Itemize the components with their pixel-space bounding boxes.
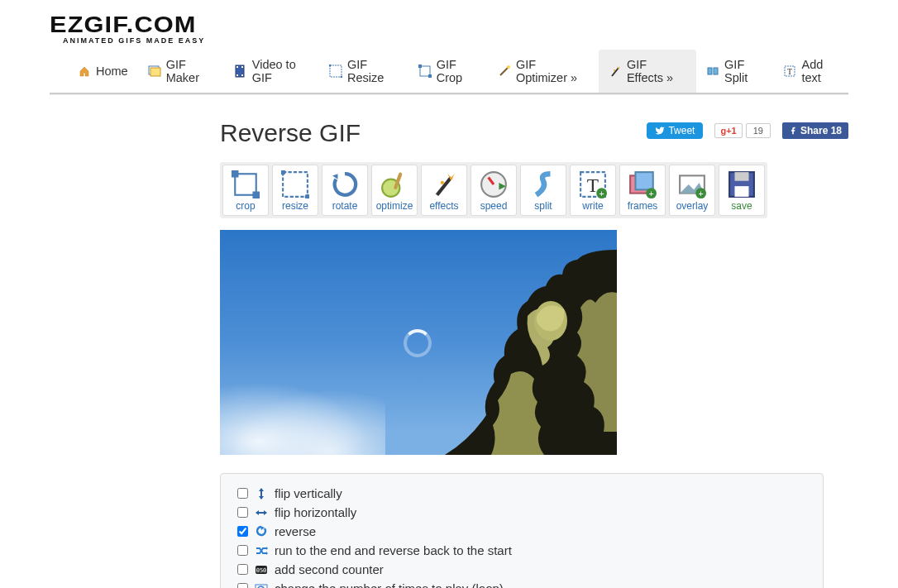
loop-icon xyxy=(255,582,268,589)
facebook-icon xyxy=(789,127,797,135)
twitter-share-button[interactable]: Tweet xyxy=(647,122,703,139)
overlay-icon xyxy=(678,170,706,198)
tool-label: rotate xyxy=(324,200,365,212)
save-icon xyxy=(728,170,756,198)
tool-effects-button[interactable]: effects xyxy=(421,165,467,216)
frames-icon xyxy=(628,170,657,198)
nav-gif-optimizer-[interactable]: GIF Optimizer » xyxy=(488,50,599,93)
optimize-icon xyxy=(380,170,408,198)
option-label: reverse xyxy=(275,524,316,538)
speed-icon xyxy=(480,170,508,198)
nav-label: GIF Resize xyxy=(347,58,399,84)
resize-icon xyxy=(281,170,309,198)
tool-label: frames xyxy=(622,200,663,212)
nav-gif-maker[interactable]: GIF Maker xyxy=(138,50,224,93)
option-shuffle-checkbox[interactable] xyxy=(237,545,248,556)
option-flipv[interactable]: flip vertically xyxy=(237,484,806,503)
tool-speed-button[interactable]: speed xyxy=(470,165,517,216)
tool-frames-button[interactable]: frames xyxy=(619,165,666,216)
tool-label: overlay xyxy=(671,200,713,212)
tool-label: effects xyxy=(423,200,465,212)
nav-label: GIF Crop xyxy=(437,58,478,84)
option-counter-checkbox[interactable] xyxy=(237,564,248,575)
nav-label: GIF Split xyxy=(724,58,763,84)
tool-label: write xyxy=(572,200,614,212)
crop-icon xyxy=(418,65,432,78)
site-logo[interactable]: EZGIF.COM ANIMATED GIFS MADE EASY xyxy=(50,0,848,50)
reverse-icon xyxy=(255,525,268,538)
nav-gif-resize[interactable]: GIF Resize xyxy=(319,50,408,93)
gplus-label: +1 xyxy=(726,126,737,136)
nav-add-text[interactable]: Add text xyxy=(773,50,848,93)
preview-cloud xyxy=(220,372,385,455)
home-icon xyxy=(78,65,91,78)
nav-gif-effects-[interactable]: GIF Effects » xyxy=(599,50,696,93)
option-fliph[interactable]: flip horizontally xyxy=(237,503,806,522)
tool-rotate-button[interactable]: rotate xyxy=(322,165,368,216)
logo-text: EZGIF.COM xyxy=(50,12,898,38)
tool-overlay-button[interactable]: overlay xyxy=(669,165,715,216)
flipv-icon xyxy=(255,487,268,500)
effects-icon xyxy=(430,170,458,198)
option-label: add second counter xyxy=(275,562,384,576)
nav-video-to-gif[interactable]: Video to GIF xyxy=(224,50,319,93)
social-buttons: Tweet g+1 19 Share 18 xyxy=(647,122,848,139)
page-title: Reverse GIF xyxy=(220,119,361,147)
tool-optimize-button[interactable]: optimize xyxy=(371,165,418,216)
crop-icon xyxy=(232,170,260,198)
gplus-share-button[interactable]: g+1 19 xyxy=(714,123,771,138)
shuffle-icon xyxy=(255,544,268,557)
option-fliph-checkbox[interactable] xyxy=(237,507,248,518)
options-panel: flip verticallyflip horizontallyreverser… xyxy=(220,473,824,588)
main-nav: HomeGIF MakerVideo to GIFGIF ResizeGIF C… xyxy=(50,50,848,94)
tool-label: speed xyxy=(473,200,514,212)
fliph-icon xyxy=(255,506,268,519)
nav-gif-split[interactable]: GIF Split xyxy=(696,50,773,93)
split-icon xyxy=(706,65,719,78)
nav-label: Video to GIF xyxy=(252,58,309,84)
facebook-share-button[interactable]: Share 18 xyxy=(782,122,848,139)
frames-icon xyxy=(148,65,161,78)
tool-label: split xyxy=(523,200,564,212)
tool-split-button[interactable]: split xyxy=(520,165,566,216)
nav-home[interactable]: Home xyxy=(68,56,138,86)
nav-label: Home xyxy=(96,65,128,78)
tool-save-button[interactable]: save xyxy=(719,165,765,216)
fb-label: Share 18 xyxy=(800,125,842,136)
tool-crop-button[interactable]: crop xyxy=(222,165,269,216)
option-shuffle[interactable]: run to the end and reverse back to the s… xyxy=(237,541,806,560)
write-icon xyxy=(579,170,607,198)
nav-label: GIF Optimizer » xyxy=(516,58,589,84)
wand-icon xyxy=(498,65,511,78)
option-loop[interactable]: change the number of times to play (loop… xyxy=(237,579,806,588)
tweet-label: Tweet xyxy=(668,125,695,136)
option-flipv-checkbox[interactable] xyxy=(237,488,248,499)
counter-icon xyxy=(255,563,268,576)
option-loop-checkbox[interactable] xyxy=(237,583,248,588)
split-icon xyxy=(529,170,557,198)
option-label: flip horizontally xyxy=(275,505,356,519)
tool-write-button[interactable]: write xyxy=(570,165,616,216)
option-counter[interactable]: add second counter xyxy=(237,560,806,579)
tool-resize-button[interactable]: resize xyxy=(272,165,318,216)
twitter-icon xyxy=(655,126,665,136)
tool-label: save xyxy=(721,200,762,212)
nav-label: GIF Maker xyxy=(166,58,214,84)
tool-label: crop xyxy=(225,200,266,212)
gplus-count: 19 xyxy=(746,123,771,138)
nav-label: Add text xyxy=(801,58,838,84)
text-icon xyxy=(783,65,796,78)
option-label: run to the end and reverse back to the s… xyxy=(275,543,512,557)
nav-label: GIF Effects » xyxy=(627,58,686,84)
option-reverse[interactable]: reverse xyxy=(237,522,806,541)
rotate-icon xyxy=(331,170,359,198)
option-reverse-checkbox[interactable] xyxy=(237,526,248,537)
option-label: flip vertically xyxy=(275,486,342,500)
effects-icon xyxy=(609,65,622,78)
nav-gif-crop[interactable]: GIF Crop xyxy=(408,50,488,93)
resize-icon xyxy=(329,65,342,78)
tool-label: resize xyxy=(275,200,316,212)
film-icon xyxy=(234,65,247,78)
tool-label: optimize xyxy=(374,200,415,212)
gif-preview xyxy=(220,230,617,455)
